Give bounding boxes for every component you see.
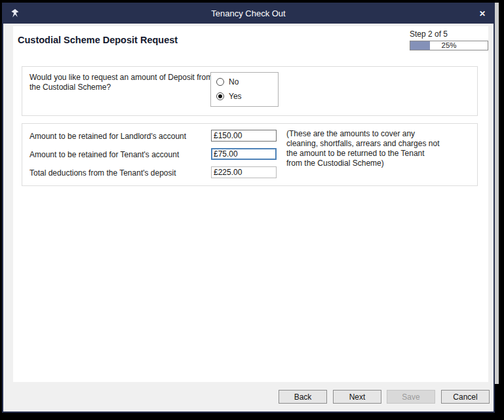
landlord-amount-label: Amount to be retained for Landlord's acc… — [29, 132, 186, 141]
close-icon[interactable]: ✕ — [479, 9, 486, 19]
tenancy-checkout-dialog: Tenancy Check Out ✕ Custodial Scheme Dep… — [2, 3, 495, 413]
amounts-note-line3: the amount to be returned to the Tenant — [286, 149, 439, 159]
progress-percent-label: 25% — [410, 41, 488, 50]
total-deductions-input — [211, 166, 277, 178]
content-panel: Custodial Scheme Deposit Request Step 2 … — [13, 26, 488, 382]
background-window-edge — [494, 3, 499, 384]
amounts-note-line2: cleaning, shortfalls, arrears and charge… — [286, 139, 439, 149]
window-title: Tenancy Check Out — [3, 9, 494, 18]
amounts-note-line4: from the Custodial Scheme) — [286, 159, 439, 168]
deposit-question-line1: Would you like to request an amount of D… — [29, 73, 212, 83]
radio-label-no: No — [229, 77, 239, 86]
amounts-group: Amount to be retained for Landlord's acc… — [22, 123, 478, 186]
step-indicator: Step 2 of 5 — [410, 29, 448, 39]
progress-bar: 25% — [410, 41, 488, 50]
back-button[interactable]: Back — [279, 390, 327, 404]
tenant-amount-label: Amount to be retained for Tenant's accou… — [29, 150, 179, 159]
radio-label-yes: Yes — [229, 92, 242, 101]
radio-icon-no[interactable] — [216, 78, 224, 86]
radio-icon-yes[interactable] — [216, 92, 224, 100]
page-title: Custodial Scheme Deposit Request — [18, 35, 178, 45]
deposit-question-line2: the Custodial Scheme? — [29, 83, 212, 92]
radio-option-no[interactable]: No — [216, 77, 239, 86]
deposit-question-group: Would you like to request an amount of D… — [22, 66, 478, 116]
next-button[interactable]: Next — [333, 390, 381, 404]
total-deductions-label: Total deductions from the Tenant's depos… — [29, 168, 176, 178]
amounts-note: (These are the amounts to cover any clea… — [286, 129, 439, 168]
tenant-amount-input[interactable] — [211, 148, 277, 160]
save-button: Save — [387, 390, 435, 404]
deposit-question-text: Would you like to request an amount of D… — [29, 73, 212, 92]
deposit-radio-group: No Yes — [210, 72, 279, 107]
screen: Tenancy Check Out ✕ Custodial Scheme Dep… — [0, 0, 504, 420]
radio-option-yes[interactable]: Yes — [216, 92, 242, 101]
titlebar: Tenancy Check Out ✕ — [3, 4, 494, 24]
amounts-note-line1: (These are the amounts to cover any — [286, 129, 439, 139]
landlord-amount-input[interactable] — [211, 130, 277, 142]
cancel-button[interactable]: Cancel — [441, 390, 490, 404]
